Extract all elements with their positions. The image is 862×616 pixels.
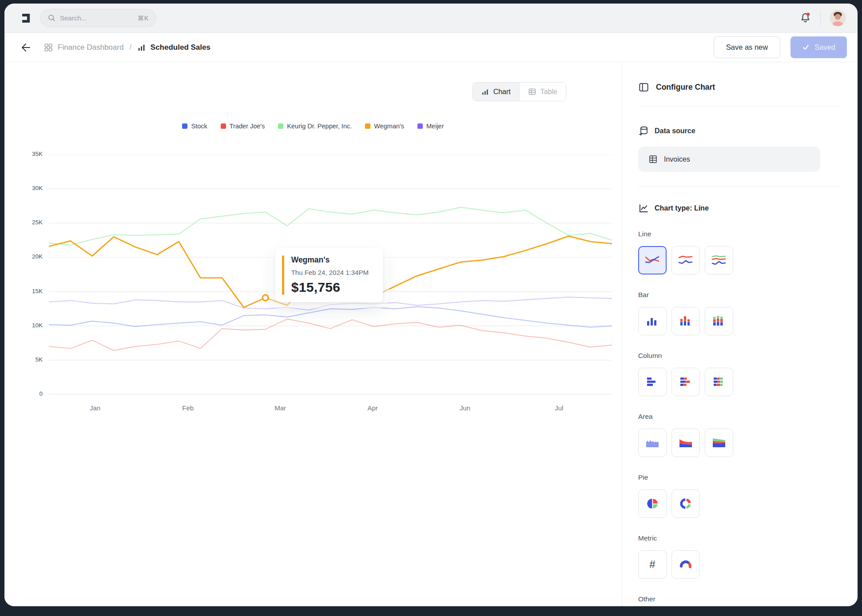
chart-type-group	[638, 368, 842, 396]
y-axis-labels: 35K30K25K20K15K10K5K0	[4, 155, 43, 394]
tooltip-title: Wegman's	[291, 255, 371, 265]
chart-type-group	[638, 429, 842, 457]
view-toggle-chart[interactable]: Chart	[473, 83, 519, 101]
series-line-trader-joe-s	[49, 319, 612, 350]
legend-item[interactable]: Keurig Dr. Pepper, Inc.	[278, 123, 352, 130]
legend-swatch	[221, 123, 226, 129]
chart-type-row: Chart type: Line	[638, 203, 842, 214]
panel-title: Configure Chart	[656, 83, 715, 92]
chart-type-label: Chart type: Line	[655, 204, 709, 212]
chart-type-option-line-basic[interactable]	[638, 246, 667, 274]
notifications-button[interactable]	[799, 12, 811, 24]
chart-type-group-label: Other	[638, 594, 842, 604]
legend-label: Stock	[191, 123, 207, 130]
chart-type-option-line-trio[interactable]	[705, 246, 733, 274]
legend-swatch	[417, 123, 423, 129]
panel-header: Configure Chart	[638, 62, 842, 106]
search-input[interactable]	[60, 14, 134, 22]
back-button[interactable]	[18, 40, 33, 55]
data-source-row: Data source	[638, 126, 842, 136]
invoices-table-icon	[648, 155, 658, 164]
database-icon	[638, 126, 649, 136]
notification-dot	[806, 13, 810, 16]
column-stacked-icon	[677, 375, 695, 389]
chart-type-group-label: Area	[638, 412, 842, 421]
chart-type-group: #	[638, 550, 842, 579]
app-window: ⌘K Finance Dashboa	[4, 4, 858, 606]
donut-icon	[677, 497, 695, 511]
y-tick-label: 20K	[32, 253, 43, 260]
view-toggle: Chart Table	[473, 82, 566, 101]
chart-type-option-column-stacked-trio[interactable]	[705, 368, 733, 396]
chart-type-option-metric-gauge[interactable]	[671, 550, 700, 579]
topbar-divider	[820, 11, 821, 26]
y-tick-label: 5K	[35, 356, 43, 363]
x-tick-label: Feb	[170, 404, 206, 412]
check-icon	[802, 44, 810, 51]
legend-swatch	[278, 123, 283, 129]
svg-text:#: #	[649, 558, 655, 570]
x-axis-labels: JanFebMarAprJunJul	[49, 404, 612, 414]
chart-type-group-label: Line	[638, 229, 842, 239]
chart-type-option-line-duo[interactable]	[671, 246, 700, 274]
y-tick-label: 35K	[32, 151, 43, 157]
data-source-selector[interactable]: Invoices	[638, 147, 820, 172]
breadcrumb-parent-link[interactable]: Finance Dashboard	[44, 43, 123, 52]
search-bar[interactable]: ⌘K	[40, 9, 156, 27]
legend-item[interactable]: Stock	[182, 123, 207, 130]
x-tick-label: Jan	[77, 404, 113, 412]
bar-stacked-icon	[677, 314, 695, 328]
y-tick-label: 25K	[32, 219, 43, 226]
save-as-new-button[interactable]: Save as new	[714, 36, 780, 58]
saved-button[interactable]: Saved	[790, 36, 847, 58]
legend-swatch	[182, 123, 187, 129]
legend-item[interactable]: Meijer	[417, 123, 444, 130]
view-toggle-table[interactable]: Table	[519, 83, 566, 101]
chart-type-group-label: Pie	[638, 473, 842, 482]
chart-type-option-bar-stacked[interactable]	[671, 307, 700, 335]
search-shortcut-hint: ⌘K	[138, 15, 149, 22]
chart-type-option-donut[interactable]	[671, 489, 700, 518]
y-tick-label: 30K	[32, 185, 43, 191]
legend-label: Wegman's	[374, 123, 404, 130]
user-avatar[interactable]	[830, 10, 846, 26]
legend-label: Trader Joe's	[230, 123, 265, 130]
area-stacked-trio-icon	[710, 436, 728, 450]
page-header: Finance Dashboard / Scheduled Sales Save…	[4, 33, 858, 62]
configure-chart-panel: Configure Chart Data source Invoices Cha…	[622, 62, 858, 606]
chart-type-group-label: Column	[638, 351, 842, 361]
app-logo-icon[interactable]	[19, 12, 32, 25]
table-toggle-icon	[528, 87, 536, 96]
saved-button-label: Saved	[814, 43, 835, 52]
line-basic-icon	[644, 253, 661, 267]
chart-type-group-label: Bar	[638, 290, 842, 300]
tooltip-value: $15,756	[291, 280, 371, 295]
pie-icon	[644, 497, 661, 511]
breadcrumb-parent-label: Finance Dashboard	[58, 43, 123, 52]
chart-type-option-bar-simple[interactable]	[638, 307, 667, 335]
chart-type-option-column-stacked[interactable]	[671, 368, 700, 396]
x-tick-label: Jul	[541, 404, 577, 412]
legend-item[interactable]: Wegman's	[365, 123, 404, 130]
chart-type-option-metric-number[interactable]: #	[638, 550, 667, 579]
legend-item[interactable]: Trader Joe's	[221, 123, 265, 130]
chart-type-option-area-simple[interactable]	[638, 429, 667, 457]
chart-type-option-area-stacked-trio[interactable]	[705, 429, 733, 457]
bar-chart-icon	[137, 43, 146, 52]
column-simple-icon	[644, 375, 661, 389]
chart-type-group	[638, 307, 842, 335]
chart-type-group	[638, 246, 842, 274]
chart-type-groups: LineBarColumnAreaPieMetric#Other	[638, 229, 842, 606]
data-source-label: Data source	[655, 127, 695, 135]
hover-marker	[262, 295, 268, 301]
chart-type-option-bar-stacked-trio[interactable]	[705, 307, 733, 335]
chart-type-group	[638, 489, 842, 518]
chart-type-option-area-stacked[interactable]	[671, 429, 700, 457]
legend-swatch	[365, 123, 370, 129]
chart-type-option-column-simple[interactable]	[638, 368, 667, 396]
chart-type-option-pie[interactable]	[638, 489, 667, 518]
breadcrumb-separator: /	[128, 44, 132, 52]
plot-area[interactable]: Wegman's Thu Feb 24, 2024 1:34PM $15,756	[49, 155, 612, 394]
bar-stacked-trio-icon	[710, 314, 728, 328]
area-simple-icon	[644, 436, 661, 450]
